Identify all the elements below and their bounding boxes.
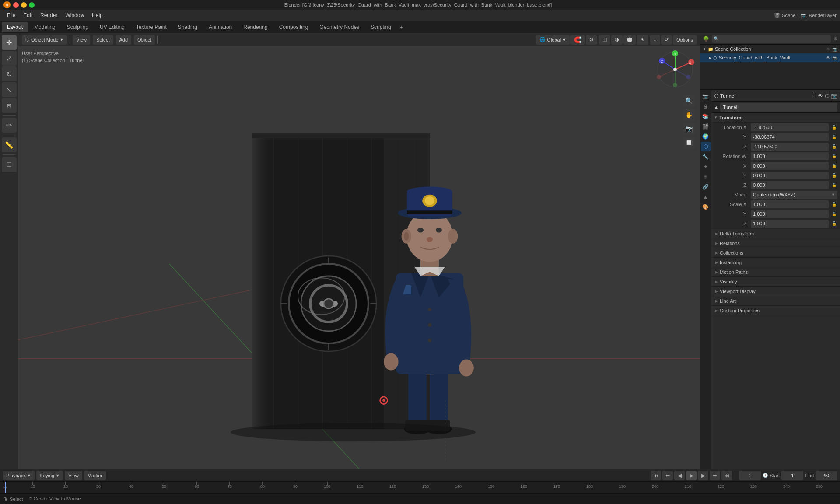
instancing-section[interactable]: ▶ Instancing: [711, 258, 840, 267]
view-button[interactable]: View: [65, 471, 82, 480]
rotation-w-field[interactable]: 1.000: [751, 152, 829, 160]
menu-file[interactable]: File: [4, 11, 19, 19]
tab-rendering[interactable]: Rendering: [238, 22, 273, 32]
outliner-item-security-guard[interactable]: ▶ ⬡ Security_Guard_with_Bank_Vault 👁 📷: [700, 53, 840, 62]
keying-button[interactable]: Keying ▼: [36, 471, 63, 480]
jump-back-button[interactable]: ⬅: [662, 471, 673, 480]
menu-help[interactable]: Help: [88, 11, 106, 19]
transform-section-toggle[interactable]: ▼ Transform: [711, 113, 840, 122]
play-button[interactable]: ▶: [686, 471, 696, 480]
object-properties-icon[interactable]: ⬡: [701, 142, 710, 151]
render-tool[interactable]: 🔲: [682, 136, 695, 149]
line-art-section[interactable]: ▶ Line Art: [711, 296, 840, 306]
scale-x-lock[interactable]: 🔓: [830, 201, 837, 208]
navigation-gizmo[interactable]: X Y Z: [655, 50, 695, 89]
custom-properties-section[interactable]: ▶ Custom Properties: [711, 306, 840, 315]
current-frame-field[interactable]: 1: [739, 471, 761, 480]
tab-geometry-nodes[interactable]: Geometry Nodes: [314, 22, 364, 32]
tab-sculpting[interactable]: Sculpting: [62, 22, 94, 32]
marker-button[interactable]: Marker: [84, 471, 106, 480]
tab-layout[interactable]: Layout: [2, 22, 28, 32]
cursor-tool[interactable]: ✛: [2, 35, 17, 50]
transform-tool[interactable]: ⊞: [2, 98, 17, 113]
material-preview-mode[interactable]: ⬤: [623, 35, 636, 45]
item-render-toggle[interactable]: 📷: [832, 56, 837, 60]
tab-animation[interactable]: Animation: [203, 22, 237, 32]
location-y-field[interactable]: -38.96874: [751, 133, 829, 141]
visibility-section[interactable]: ▶ Visibility: [711, 277, 840, 287]
scale-y-lock[interactable]: 🔓: [830, 210, 837, 217]
scale-z-lock[interactable]: 🔓: [830, 220, 837, 227]
constraints-properties-icon[interactable]: 🔗: [701, 182, 710, 192]
camera-tool[interactable]: 📷: [682, 122, 695, 135]
item-visibility-toggle[interactable]: 👁: [826, 56, 830, 60]
rotation-mode-dropdown[interactable]: Quaternion (WXYZ) ▼: [751, 191, 837, 199]
render-toggle[interactable]: 📷: [832, 47, 837, 52]
snap-button[interactable]: 🧲: [570, 35, 585, 45]
props-visibility-select[interactable]: ⬡: [825, 93, 829, 99]
rotation-y-field[interactable]: 0.000: [751, 172, 829, 179]
menu-window[interactable]: Window: [62, 11, 88, 19]
world-properties-icon[interactable]: 🌍: [701, 132, 710, 141]
viewport-overlays[interactable]: ⬦: [650, 35, 660, 45]
material-properties-icon[interactable]: 🎨: [701, 202, 710, 212]
end-frame-field[interactable]: 250: [816, 471, 837, 480]
output-properties-icon[interactable]: 🖨: [701, 102, 710, 111]
outliner-scene-collection[interactable]: ▼ 📁 Scene Collection 👁 📷: [700, 45, 840, 53]
gizmos-button[interactable]: ⟳: [661, 35, 672, 45]
close-button[interactable]: [13, 2, 19, 8]
props-visibility-render[interactable]: 📷: [831, 93, 837, 99]
location-x-field[interactable]: -1.92508: [751, 123, 829, 131]
render-properties-icon[interactable]: 📷: [701, 91, 710, 101]
outliner-search[interactable]: 🔍: [712, 35, 831, 43]
scene-content[interactable]: [18, 46, 700, 469]
playback-button[interactable]: Playback ▼: [3, 471, 35, 480]
scene-properties-icon[interactable]: 🎬: [701, 122, 710, 131]
annotate-tool[interactable]: ✏: [2, 118, 17, 133]
scale-y-field[interactable]: 1.000: [751, 210, 829, 218]
rotation-w-lock[interactable]: 🔓: [830, 153, 837, 160]
menu-edit[interactable]: Edit: [20, 11, 36, 19]
start-frame-field[interactable]: 1: [781, 471, 803, 480]
props-visibility-eye[interactable]: 👁: [818, 93, 823, 99]
measure-tool[interactable]: 📏: [2, 137, 17, 152]
pan-tool[interactable]: ✋: [682, 108, 695, 121]
object-mode-button[interactable]: ⬡ Object Mode ▼: [22, 35, 67, 45]
step-back-button[interactable]: ◀: [674, 471, 685, 480]
minimize-button[interactable]: [21, 2, 27, 8]
wireframe-mode[interactable]: ◫: [599, 35, 610, 45]
options-label[interactable]: Options: [673, 35, 696, 45]
location-z-lock[interactable]: 🔓: [830, 143, 837, 150]
particles-properties-icon[interactable]: ✦: [701, 162, 710, 172]
physics-properties-icon[interactable]: ⚛: [701, 172, 710, 182]
jump-to-start-button[interactable]: ⏮: [651, 471, 661, 480]
modifier-properties-icon[interactable]: 🔧: [701, 152, 710, 161]
motion-paths-section[interactable]: ▶ Motion Paths: [711, 267, 840, 277]
object-menu[interactable]: Object: [134, 35, 155, 45]
view-menu[interactable]: View: [73, 35, 90, 45]
tab-scripting[interactable]: Scripting: [365, 22, 396, 32]
proportional-edit-button[interactable]: ⊙: [586, 35, 597, 45]
zoom-tool[interactable]: 🔍: [682, 94, 695, 107]
visibility-toggle[interactable]: 👁: [826, 47, 830, 52]
rendered-mode[interactable]: ☀: [637, 35, 648, 45]
add-object-tool[interactable]: □: [2, 157, 17, 172]
global-transform-button[interactable]: 🌐 Global ▼: [536, 35, 570, 45]
location-y-lock[interactable]: 🔓: [830, 133, 837, 140]
view-layer-properties-icon[interactable]: 📚: [701, 112, 710, 121]
move-tool[interactable]: ⤢: [2, 51, 17, 66]
tab-modeling[interactable]: Modeling: [29, 22, 61, 32]
tab-texture-paint[interactable]: Texture Paint: [131, 22, 172, 32]
rotation-z-field[interactable]: 0.000: [751, 181, 829, 189]
delta-transform-section[interactable]: ▶ Delta Transform: [711, 229, 840, 238]
location-x-lock[interactable]: 🔓: [830, 124, 837, 131]
viewport[interactable]: ⬡ Object Mode ▼ View Select Add Object 🌐…: [18, 33, 700, 469]
object-name-field[interactable]: Tunnel: [720, 103, 837, 112]
scale-x-field[interactable]: 1.000: [751, 200, 829, 208]
jump-to-end-button[interactable]: ⏭: [721, 471, 732, 480]
solid-mode[interactable]: ◑: [611, 35, 623, 45]
tab-shading[interactable]: Shading: [173, 22, 203, 32]
tab-uv-editing[interactable]: UV Editing: [94, 22, 130, 32]
step-forward-button[interactable]: ▶: [698, 471, 708, 480]
add-menu[interactable]: Add: [116, 35, 132, 45]
